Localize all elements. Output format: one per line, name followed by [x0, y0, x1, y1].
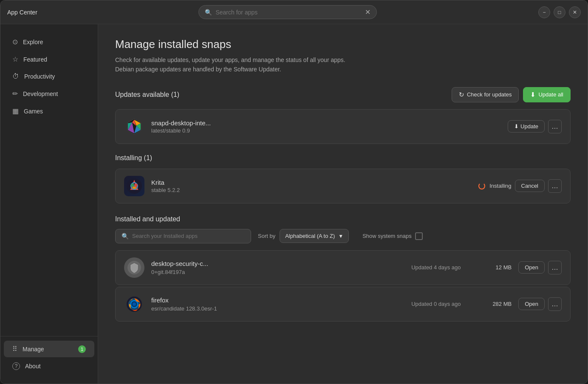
- krita-name: Krita: [151, 179, 472, 186]
- installed-section-title: Installed and updated: [115, 215, 571, 223]
- refresh-icon: ↻: [459, 91, 464, 99]
- manage-icon: ⠿: [12, 345, 17, 353]
- desktop-security-more-button[interactable]: …: [548, 261, 562, 274]
- svg-point-11: [132, 186, 136, 189]
- firefox-info: firefox esr/candidate 128.3.0esr-1: [151, 296, 404, 312]
- update-all-button[interactable]: ⬇ Update all: [523, 87, 571, 102]
- check-updates-label: Check for updates: [467, 91, 512, 98]
- firefox-updated: Updated 0 days ago: [411, 301, 479, 307]
- installed-search-icon: 🔍: [122, 233, 129, 240]
- krita-version: stable 5.2.2: [151, 187, 472, 193]
- firefox-actions: Open …: [518, 297, 562, 311]
- krita-cancel-button[interactable]: Cancel: [515, 180, 545, 192]
- sidebar-label-productivity: Productivity: [24, 73, 55, 80]
- development-icon: ✏: [12, 90, 18, 98]
- snapd-more-button[interactable]: …: [548, 120, 562, 133]
- productivity-icon: ⏱: [12, 73, 19, 80]
- installed-controls-row: 🔍 Sort by Alphabetical (A to Z) ▼ Show s…: [115, 229, 571, 243]
- sidebar: ⊙ Explore ☆ Featured ⏱ Productivity ✏ De…: [0, 24, 98, 384]
- installed-search-input[interactable]: [132, 233, 245, 239]
- desktop-security-size: 12 MB: [486, 264, 512, 271]
- show-system-checkbox[interactable]: [415, 232, 423, 240]
- show-system-row: Show system snaps: [362, 232, 423, 240]
- sidebar-item-about[interactable]: ? About: [4, 358, 94, 374]
- snapd-update-label: Update: [520, 123, 538, 130]
- sidebar-label-explore: Explore: [23, 39, 43, 45]
- sidebar-item-featured[interactable]: ☆ Featured: [4, 51, 94, 68]
- sidebar-label-manage: Manage: [23, 346, 44, 353]
- installing-title: Installing (1): [115, 154, 152, 162]
- download-icon: ⬇: [530, 91, 536, 99]
- check-updates-button[interactable]: ↻ Check for updates: [452, 87, 519, 102]
- installing-section: Installing (1): [115, 154, 571, 203]
- firefox-open-button[interactable]: Open: [518, 298, 545, 310]
- sidebar-item-games[interactable]: ▦ Games: [4, 103, 94, 119]
- snapd-download-icon: ⬇: [514, 123, 520, 130]
- firefox-name: firefox: [151, 296, 404, 304]
- sort-select[interactable]: Alphabetical (A to Z) ▼: [280, 229, 349, 243]
- maximize-button[interactable]: □: [554, 6, 565, 18]
- installing-spinner: [478, 183, 485, 189]
- minimize-button[interactable]: −: [538, 6, 550, 18]
- firefox-version: esr/candidate 128.3.0esr-1: [151, 305, 404, 312]
- sidebar-bottom: ⠿ Manage 1 ? About: [0, 336, 98, 378]
- firefox-meta: firefox esr/candidate 128.3.0esr-1: [151, 296, 404, 312]
- krita-actions: Installing Cancel …: [478, 179, 562, 193]
- krita-more-button[interactable]: …: [548, 179, 562, 193]
- firefox-size: 282 MB: [486, 301, 512, 307]
- sidebar-item-development[interactable]: ✏ Development: [4, 85, 94, 102]
- desktop-security-version: 0+git.84f197a: [151, 269, 404, 275]
- snapd-actions: ⬇ Update …: [508, 120, 562, 133]
- svg-point-9: [131, 184, 134, 187]
- sidebar-item-explore[interactable]: ⊙ Explore: [4, 34, 94, 50]
- chevron-down-icon: ▼: [338, 233, 343, 239]
- desktop-security-open-button[interactable]: Open: [518, 261, 545, 274]
- firefox-more-button[interactable]: …: [548, 297, 562, 311]
- snapd-name: snapd-desktop-inte...: [151, 119, 501, 127]
- snapd-update-button[interactable]: ⬇ Update: [508, 120, 545, 133]
- snapd-logo-svg: [126, 118, 143, 135]
- sidebar-label-games: Games: [24, 108, 43, 115]
- snapd-icon: [124, 116, 144, 137]
- sidebar-item-manage[interactable]: ⠿ Manage 1: [4, 341, 94, 357]
- sort-option-label: Alphabetical (A to Z): [285, 233, 335, 239]
- sort-by-label: Sort by: [258, 233, 275, 239]
- installed-search-bar[interactable]: 🔍: [115, 229, 251, 243]
- manage-badge: 1: [78, 345, 86, 353]
- sort-row: Sort by Alphabetical (A to Z) ▼: [258, 229, 349, 243]
- krita-logo-svg: [126, 178, 143, 195]
- main-content: Manage installed snaps Check for availab…: [98, 24, 588, 384]
- sidebar-item-productivity[interactable]: ⏱ Productivity: [4, 68, 94, 85]
- titlebar: App Center 🔍 ✕ − □ ✕: [0, 0, 588, 24]
- updates-actions: ↻ Check for updates ⬇ Update all: [452, 87, 571, 102]
- page-title: Manage installed snaps: [115, 38, 571, 51]
- games-icon: ▦: [12, 107, 19, 115]
- search-input[interactable]: [215, 9, 362, 16]
- search-bar[interactable]: 🔍 ✕: [198, 5, 377, 19]
- app-window: App Center 🔍 ✕ − □ ✕ ⊙ Explore ☆ Feature…: [0, 0, 588, 384]
- krita-icon: [124, 176, 144, 196]
- desktop-security-card: desktop-security-c... 0+git.84f197a Upda…: [115, 250, 571, 285]
- explore-icon: ⊙: [12, 38, 18, 46]
- svg-point-17: [133, 302, 136, 306]
- sidebar-label-featured: Featured: [23, 56, 47, 63]
- desktop-security-updated: Updated 4 days ago: [411, 264, 479, 271]
- desktop-security-icon: [124, 257, 144, 278]
- installing-status: Installing: [478, 183, 511, 189]
- firefox-icon: [124, 294, 144, 314]
- window-controls: − □ ✕: [538, 6, 581, 18]
- close-button[interactable]: ✕: [569, 6, 581, 18]
- desktop-security-name: desktop-security-c...: [151, 260, 404, 267]
- svg-point-10: [134, 184, 138, 187]
- sidebar-nav: ⊙ Explore ☆ Featured ⏱ Productivity ✏ De…: [0, 29, 98, 336]
- show-system-label: Show system snaps: [362, 233, 412, 239]
- clear-icon[interactable]: ✕: [365, 8, 370, 16]
- updates-section-title: Updates available (1): [115, 91, 179, 99]
- security-icon-svg: [127, 260, 142, 275]
- window-title: App Center: [7, 9, 37, 16]
- firefox-logo-svg: [126, 296, 143, 313]
- page-description: Check for available updates, update your…: [115, 55, 571, 74]
- update-all-label: Update all: [538, 91, 563, 98]
- installing-label: Installing: [489, 183, 511, 189]
- main-layout: ⊙ Explore ☆ Featured ⏱ Productivity ✏ De…: [0, 24, 588, 384]
